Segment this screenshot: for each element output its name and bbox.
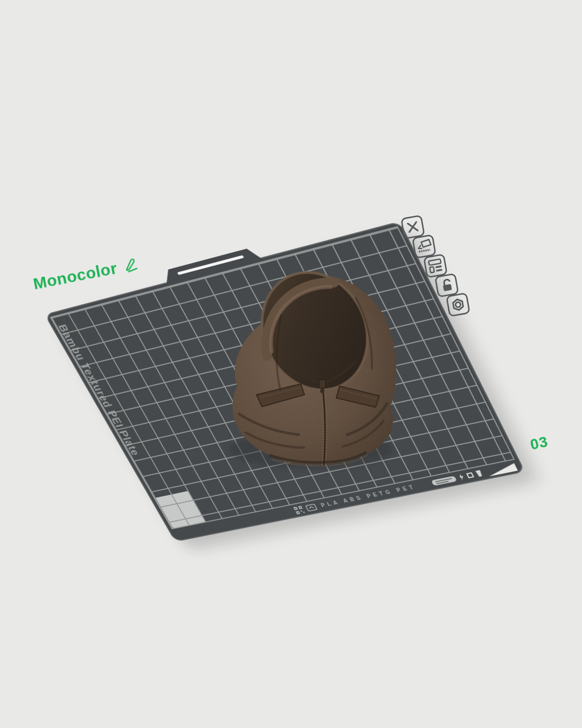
bolt-icon [458,473,466,480]
plate-name-row[interactable]: Monocolor [32,255,140,293]
square-icon [466,472,474,478]
plate-settings-button[interactable] [445,292,472,318]
model-jacket-pen-holder[interactable] [211,255,405,476]
plate-temp-glyphs [457,469,484,481]
jacket-zipper-slider [319,380,325,388]
plate-corner-triangle-marker [486,463,518,476]
viewport-3d: Bambu Textured PEI Plate PLA ABS PETG PE… [0,0,582,728]
qr-code-icon [293,506,305,514]
plate-name-label[interactable]: Monocolor [32,259,119,293]
pin-icon [475,470,483,477]
settings-nut-icon [445,292,472,318]
plate-cert-sticker [431,476,457,486]
edit-pencil-icon[interactable] [120,257,139,274]
plate-number-label: 03 [529,433,550,454]
plate-logo-icon [305,504,318,512]
